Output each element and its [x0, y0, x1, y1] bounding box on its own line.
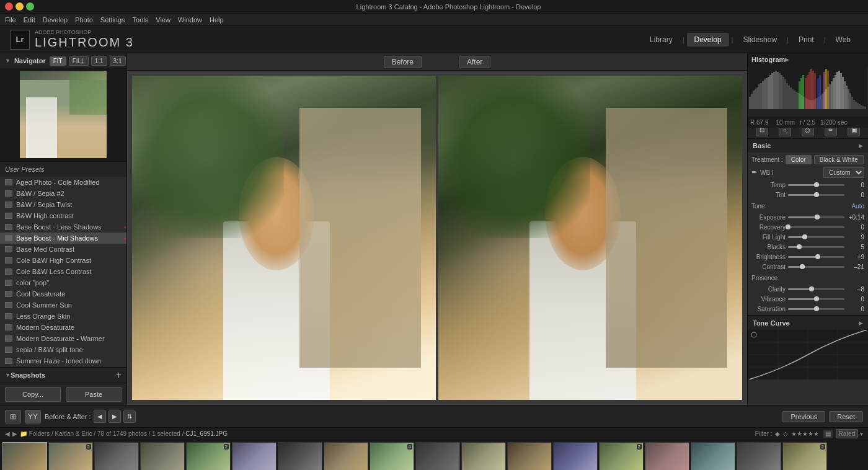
preset-less-orange-skin[interactable]: Less Orange Skin [0, 311, 126, 322]
film-thumb-15[interactable]: ★★★★★ [645, 442, 689, 470]
filter-dropdown[interactable]: ▾ [860, 430, 863, 437]
ba-prev-btn[interactable]: ◀ [94, 410, 106, 423]
wb-eyedropper-icon[interactable]: ✒ [751, 168, 758, 177]
preset-base-med-contrast[interactable]: Base Med Contrast [0, 244, 126, 255]
zoom-1-1-btn[interactable]: 1:1 [91, 56, 107, 66]
vibrance-thumb[interactable] [814, 296, 819, 301]
film-thumb-6[interactable]: ★★★★★ [232, 442, 277, 470]
snapshots-arrow[interactable]: ▼ [5, 372, 11, 378]
recovery-thumb[interactable] [786, 224, 790, 229]
contrast-slider[interactable] [788, 266, 844, 268]
menu-edit[interactable]: Edit [24, 16, 35, 24]
menu-tools[interactable]: Tools [133, 16, 149, 24]
fill-slider[interactable] [788, 236, 844, 238]
film-thumb-18[interactable]: 2 ★★★★★ [782, 442, 827, 470]
preset-modern-desaturate-warmer[interactable]: Modern Desaturate - Warmer [0, 333, 126, 344]
ba-next-btn[interactable]: ▶ [108, 410, 121, 423]
grid-view-icon[interactable]: ▦ [823, 430, 833, 438]
tab-web[interactable]: Web [828, 33, 858, 47]
preset-cool-summer-sun[interactable]: Cool Summer Sun [0, 299, 126, 311]
film-thumb-11[interactable]: ★★★★★ [461, 442, 506, 470]
tab-library[interactable]: Library [642, 33, 680, 47]
tab-slideshow[interactable]: Slideshow [735, 33, 784, 47]
ba-swap-btn[interactable]: ⇅ [123, 410, 136, 423]
menu-photo[interactable]: Photo [75, 16, 93, 24]
film-thumb-17[interactable]: ★★★★★ [737, 442, 781, 470]
tab-develop[interactable]: Develop [687, 33, 729, 47]
close-button[interactable] [5, 2, 13, 11]
menu-file[interactable]: File [5, 16, 16, 24]
minimize-button[interactable] [16, 2, 24, 11]
contrast-thumb[interactable] [800, 264, 805, 269]
fill-thumb[interactable] [802, 234, 807, 239]
preset-cole-bw-high[interactable]: Cole B&W High Contrast [0, 255, 126, 266]
menu-develop[interactable]: Develop [43, 16, 68, 24]
preset-base-boost-mid[interactable]: Base Boost - Mid Shadows ← [0, 233, 126, 244]
maximize-button[interactable] [26, 2, 34, 11]
brightness-slider[interactable] [788, 256, 844, 258]
blacks-thumb[interactable] [797, 244, 802, 249]
film-thumb-14[interactable]: 2 ★★★★★ [599, 442, 644, 470]
menu-view[interactable]: View [156, 16, 170, 24]
clarity-slider[interactable] [788, 288, 844, 290]
previous-button[interactable]: Previous [782, 411, 825, 422]
star-filter[interactable]: ★★★★★ [791, 430, 819, 437]
preset-color-pop[interactable]: color "pop" [0, 277, 126, 288]
compare-btn[interactable]: YY [25, 410, 41, 423]
forward-btn[interactable]: ▶ [12, 430, 17, 437]
tab-print[interactable]: Print [791, 33, 822, 47]
copy-button[interactable]: Copy... [5, 387, 61, 402]
menu-help[interactable]: Help [210, 16, 224, 24]
reset-button[interactable]: Reset [829, 411, 863, 422]
vibrance-slider[interactable] [788, 298, 844, 300]
film-thumb-12[interactable]: ★★★★★ [507, 442, 552, 470]
navigator-collapse-arrow[interactable]: ▼ [5, 58, 11, 64]
film-thumb-13[interactable]: ★★★★★ [553, 442, 598, 470]
saturation-slider[interactable] [788, 308, 844, 310]
zoom-fit-btn[interactable]: FIT [50, 56, 66, 66]
film-thumb-7[interactable]: ★★★★★ [278, 442, 322, 470]
tone-auto-btn[interactable]: Auto [851, 203, 864, 210]
wb-selector[interactable]: Custom As Shot Auto [823, 167, 864, 178]
preset-bw-high-contrast[interactable]: B&W High contrast [0, 210, 126, 221]
tint-thumb[interactable] [814, 192, 819, 197]
zoom-3-1-btn[interactable]: 3:1 [110, 56, 126, 66]
view-mode-btn[interactable]: ⊞ [5, 410, 21, 423]
window-controls[interactable] [5, 2, 34, 11]
film-thumb-4[interactable]: ★★★★★ [140, 442, 185, 470]
blacks-slider[interactable] [788, 246, 844, 248]
temp-thumb[interactable] [814, 182, 819, 187]
menu-settings[interactable]: Settings [100, 16, 125, 24]
recovery-slider[interactable] [788, 226, 844, 228]
menu-window[interactable]: Window [178, 16, 202, 24]
temp-slider[interactable] [788, 184, 844, 186]
preset-bw-sepia-twist[interactable]: B&W / Sepia Twist [0, 199, 126, 210]
film-thumb-1[interactable]: ★★★★★ [2, 442, 47, 470]
film-thumb-10[interactable]: ★★★★★ [415, 442, 460, 470]
film-thumb-5[interactable]: 2 ★★★★★ [186, 442, 231, 470]
zoom-fill-btn[interactable]: FILL [69, 56, 89, 66]
paste-button[interactable]: Paste [66, 387, 122, 402]
preset-base-boost-less[interactable]: Base Boost - Less Shadows ← [0, 221, 126, 233]
exposure-thumb[interactable] [815, 215, 820, 219]
film-thumb-9[interactable]: 4 ★★★★★ [370, 442, 414, 470]
exposure-slider[interactable] [788, 216, 844, 218]
film-thumb-2[interactable]: 2 ★★★★★ [48, 442, 93, 470]
clarity-thumb[interactable] [809, 286, 814, 291]
preset-aged-photo[interactable]: Aged Photo - Cole Modified [0, 177, 126, 188]
tint-slider[interactable] [788, 194, 844, 196]
preset-sepia-bw[interactable]: sepia / B&W split tone [0, 344, 126, 355]
preset-modern-desaturate[interactable]: Modern Desaturate [0, 322, 126, 333]
film-thumb-8[interactable]: ★★★★★ [324, 442, 368, 470]
color-btn[interactable]: Color [786, 155, 812, 164]
brightness-thumb[interactable] [815, 254, 820, 259]
film-thumb-3[interactable]: ★★★★★ [94, 442, 139, 470]
tone-curve-arrow[interactable]: ▶ [859, 320, 863, 326]
preset-summer-haze[interactable]: Summer Haze - toned down [0, 355, 126, 366]
back-btn[interactable]: ◀ [5, 430, 10, 437]
add-snapshot-button[interactable]: + [116, 370, 122, 381]
film-thumb-16[interactable]: ★★★★★ [691, 442, 735, 470]
preset-cole-bw-less[interactable]: Cole B&W Less Contrast [0, 266, 126, 277]
saturation-thumb[interactable] [814, 306, 819, 311]
bw-btn[interactable]: Black & White [814, 155, 864, 164]
